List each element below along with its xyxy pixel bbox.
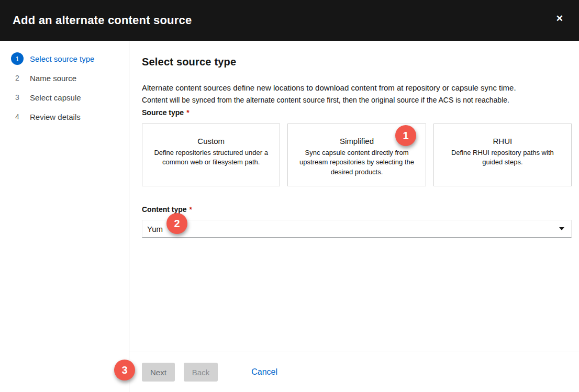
step-number: 2: [11, 72, 24, 84]
step-number: 4: [11, 110, 24, 123]
wizard-step-select-source-type[interactable]: 1 Select source type: [11, 52, 120, 65]
close-button[interactable]: ✕: [553, 11, 566, 26]
wizard-nav: 1 Select source type 2 Name source 3 Sel…: [0, 41, 129, 392]
required-asterisk: *: [190, 205, 192, 214]
wizard-step-name-source[interactable]: 2 Name source: [11, 72, 120, 84]
wizard-main-column: Select source type Alternate content sou…: [129, 41, 579, 392]
next-button[interactable]: Next: [142, 363, 175, 382]
required-asterisk: *: [186, 108, 189, 117]
content-type-selected-value: Yum: [147, 225, 163, 233]
card-description: Define repositories structured under a c…: [151, 148, 271, 167]
cancel-button[interactable]: Cancel: [251, 367, 277, 377]
wizard-step-review-details[interactable]: 4 Review details: [11, 110, 120, 123]
content-type-select[interactable]: Yum: [142, 220, 572, 238]
card-title: RHUI: [442, 137, 563, 145]
modal-header: Add an alternate content source ✕: [0, 0, 579, 41]
close-icon: ✕: [556, 14, 563, 24]
card-description: Define RHUI repository paths with guided…: [442, 148, 563, 167]
back-button[interactable]: Back: [184, 363, 218, 382]
annotation-badge-2: 2: [166, 213, 187, 234]
annotation-badge-3: 3: [114, 360, 135, 380]
card-custom[interactable]: Custom Define repositories structured un…: [142, 124, 280, 186]
step-number-badge: 1: [11, 52, 24, 65]
card-rhui[interactable]: RHUI Define RHUI repository paths with g…: [433, 124, 572, 186]
step-number: 3: [11, 91, 24, 104]
step-label: Select capsule: [30, 93, 81, 102]
card-description: Sync capsule content directly from upstr…: [296, 148, 417, 177]
wizard-step-content: Select source type Alternate content sou…: [129, 41, 579, 352]
content-type-label: Content type*: [142, 205, 572, 214]
page-title: Select source type: [142, 56, 572, 68]
annotation-badge-1: 1: [395, 125, 416, 146]
source-type-label: Source type*: [142, 108, 572, 117]
step-label: Select source type: [30, 54, 94, 63]
card-title: Custom: [151, 137, 271, 145]
source-type-cards: Custom Define repositories structured un…: [142, 124, 572, 186]
wizard-footer: Next Back Cancel: [129, 352, 579, 392]
description-secondary: Content will be synced from the alternat…: [142, 96, 572, 104]
description-primary: Alternate content sources define new loc…: [142, 83, 572, 92]
step-label: Review details: [30, 113, 81, 121]
modal-body: 1 Select source type 2 Name source 3 Sel…: [0, 41, 579, 392]
wizard-step-select-capsule[interactable]: 3 Select capsule: [11, 91, 120, 104]
add-alternate-content-source-modal: Add an alternate content source ✕ 1 Sele…: [0, 0, 579, 392]
modal-title: Add an alternate content source: [13, 14, 553, 27]
step-label: Name source: [30, 74, 76, 83]
caret-down-icon: [559, 227, 564, 230]
